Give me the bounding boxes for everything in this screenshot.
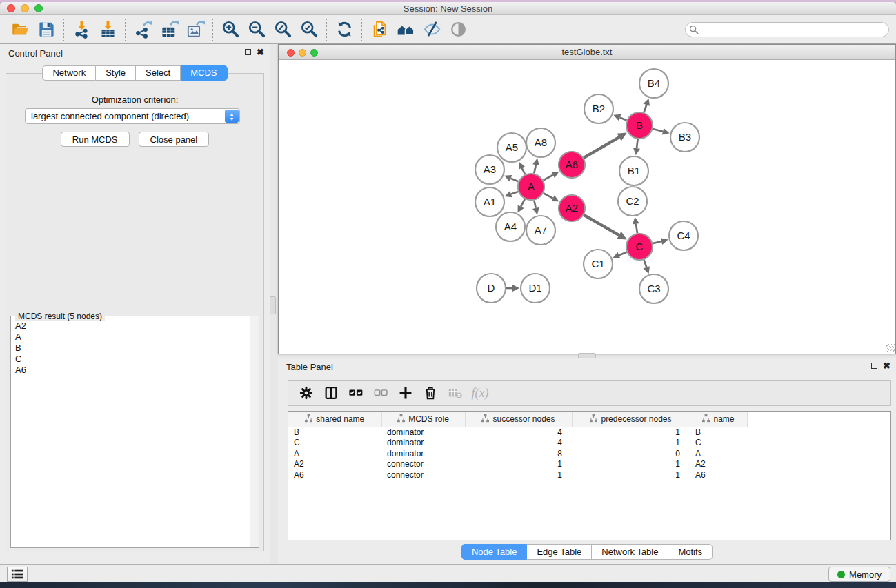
column-header[interactable]: shared name	[288, 412, 381, 427]
tab-style[interactable]: Style	[96, 65, 136, 81]
show-hidden-button[interactable]	[445, 17, 471, 42]
import-table-button[interactable]	[94, 17, 121, 42]
tab-node-table[interactable]: Node Table	[461, 544, 528, 560]
deselect-all-rows-button[interactable]	[368, 382, 393, 404]
search-input[interactable]	[685, 22, 889, 37]
first-neighbors-button[interactable]	[392, 17, 419, 42]
export-table-button[interactable]	[156, 17, 182, 42]
float-panel-icon[interactable]	[245, 49, 251, 55]
network-graph-canvas[interactable]: B4B2BB3A8A5A6A3B1AC2A1A2A4A7C4CC1C3DD1	[279, 60, 895, 354]
graph-node-A6[interactable]: A6	[559, 152, 585, 178]
graph-edge[interactable]	[544, 193, 553, 198]
graph-node-A5[interactable]: A5	[497, 133, 526, 162]
graph-node-A[interactable]: A	[518, 174, 544, 200]
graph-edge[interactable]	[522, 168, 526, 174]
graph-edge[interactable]	[534, 165, 536, 173]
graph-node-D[interactable]: D	[477, 274, 506, 303]
graph-edge[interactable]	[544, 175, 553, 181]
mcds-result-list[interactable]: A2ABCA6	[11, 318, 250, 547]
graph-edge[interactable]	[511, 179, 519, 182]
column-header[interactable]: name	[690, 412, 747, 427]
table-settings-button[interactable]	[294, 382, 319, 404]
zoom-fit-button[interactable]	[270, 17, 296, 42]
graph-node-A8[interactable]: A8	[526, 128, 555, 157]
result-item[interactable]: C	[15, 354, 246, 365]
graph-node-A4[interactable]: A4	[496, 212, 525, 241]
close-table-panel-icon[interactable]: ✖	[883, 362, 890, 369]
graph-edge[interactable]	[534, 201, 536, 208]
float-table-panel-icon[interactable]	[871, 363, 877, 369]
graph-node-A7[interactable]: A7	[526, 216, 555, 245]
vertical-splitter-handle[interactable]	[270, 296, 276, 314]
create-column-button[interactable]	[393, 382, 418, 404]
close-panel-button[interactable]: Close panel	[139, 132, 210, 147]
graph-edge[interactable]	[511, 192, 518, 194]
network-minimize-button[interactable]	[299, 49, 306, 57]
tab-network-table[interactable]: Network Table	[592, 544, 668, 560]
tab-select[interactable]: Select	[136, 65, 181, 81]
table-row[interactable]: Bdominator41B	[288, 427, 890, 438]
graph-node-B1[interactable]: B1	[619, 156, 648, 185]
criterion-select[interactable]: largest connected component (directed) ▲…	[25, 108, 240, 124]
graph-node-C3[interactable]: C3	[639, 274, 668, 303]
export-network-button[interactable]	[130, 17, 156, 42]
graph-node-D1[interactable]: D1	[521, 274, 550, 303]
graph-node-A3[interactable]: A3	[475, 155, 504, 184]
close-panel-icon[interactable]: ✖	[257, 48, 264, 56]
graph-node-C4[interactable]: C4	[669, 221, 698, 250]
table-row[interactable]: Cdominator41C	[288, 438, 890, 449]
result-item[interactable]: B	[15, 343, 246, 354]
task-history-button[interactable]	[7, 567, 28, 582]
zoom-in-button[interactable]	[217, 17, 243, 42]
zoom-selected-button[interactable]	[296, 17, 322, 42]
result-item[interactable]: A2	[15, 321, 246, 332]
refresh-button[interactable]	[331, 17, 357, 42]
result-scrollbar[interactable]	[250, 316, 259, 547]
graph-edge[interactable]	[619, 252, 627, 256]
column-header[interactable]: predecessor nodes	[572, 412, 690, 427]
graph-node-A2[interactable]: A2	[559, 195, 585, 221]
table-row[interactable]: Adominator80A	[288, 448, 890, 459]
import-network-button[interactable]	[68, 17, 94, 42]
table-row[interactable]: A2connector11A2	[288, 459, 890, 470]
select-all-rows-button[interactable]	[344, 382, 368, 404]
result-item[interactable]: A	[15, 332, 246, 343]
window-resize-grip[interactable]	[886, 344, 895, 352]
graph-edge[interactable]	[653, 129, 663, 132]
zoom-window-button[interactable]	[34, 4, 43, 12]
graph-node-C1[interactable]: C1	[584, 250, 613, 278]
toggle-columns-button[interactable]	[319, 382, 344, 404]
table-row[interactable]: A6connector11A6	[288, 469, 890, 480]
tab-network[interactable]: Network	[42, 65, 96, 81]
graph-edge[interactable]	[637, 139, 638, 148]
network-graph[interactable]: B4B2BB3A8A5A6A3B1AC2A1A2A4A7C4CC1C3DD1	[279, 60, 895, 354]
graph-edge[interactable]	[521, 199, 525, 207]
graph-node-B2[interactable]: B2	[584, 94, 613, 123]
export-image-button[interactable]	[182, 17, 208, 42]
minimize-window-button[interactable]	[21, 4, 29, 12]
tab-motifs[interactable]: Motifs	[668, 544, 713, 560]
zoom-out-button[interactable]	[243, 17, 270, 42]
result-item[interactable]: A6	[15, 365, 246, 376]
graph-edge[interactable]	[644, 105, 647, 112]
graph-node-C2[interactable]: C2	[618, 187, 647, 216]
graph-node-A1[interactable]: A1	[475, 187, 504, 216]
save-session-button[interactable]	[33, 17, 59, 42]
graph-edge[interactable]	[653, 241, 661, 243]
column-header[interactable]: MCDS role	[381, 412, 465, 427]
graph-node-B4[interactable]: B4	[639, 69, 668, 98]
graph-edge[interactable]	[644, 260, 647, 267]
hide-selected-button[interactable]	[419, 17, 445, 42]
tab-edge-table[interactable]: Edge Table	[527, 544, 592, 560]
delete-column-button[interactable]	[418, 382, 443, 404]
graph-node-B[interactable]: B	[626, 112, 653, 139]
graph-edge[interactable]	[620, 117, 627, 120]
graph-edge[interactable]	[584, 137, 619, 158]
graph-edge[interactable]	[584, 215, 619, 235]
network-zoom-button[interactable]	[310, 49, 318, 57]
close-window-button[interactable]	[7, 4, 15, 12]
open-session-button[interactable]	[7, 17, 33, 42]
memory-button[interactable]: Memory	[828, 567, 890, 582]
tab-mcds[interactable]: MCDS	[181, 65, 227, 81]
network-close-button[interactable]	[287, 49, 295, 57]
